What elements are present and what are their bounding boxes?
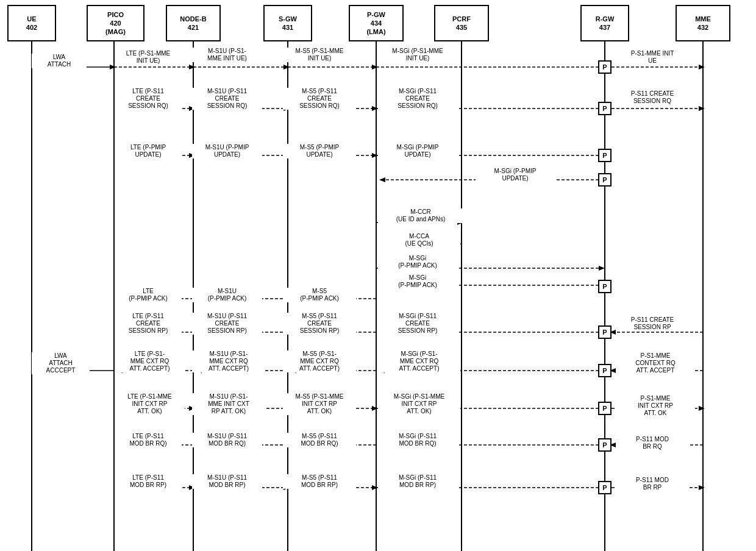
sequence-diagram: UE402 PICO420(MAG) NODE-B421 S-GW431 P-G… — [0, 0, 756, 551]
p-box-2: P — [598, 102, 612, 115]
label-ps1-init-cxt-rp: P-S1-MMEINIT CXT RPATT. OK — [616, 395, 695, 417]
p-box-9: P — [598, 438, 612, 452]
p-box-4: P — [598, 173, 612, 187]
p-box-10: P — [598, 481, 612, 494]
label-m-s1u-cxt-rq: M-S1U (P-S1-MME CXT RQATT. ACCEPT) — [192, 350, 265, 372]
label-m-s1u-mod-br-rq: M-S1U (P-S11MOD BR RQ) — [192, 433, 262, 447]
label-m-sgi-init-ue: M-SGi (P-S1-MMEINIT UE) — [378, 48, 457, 62]
label-m-s1u-mod-br-rp: M-S1U (P-S11MOD BR RP) — [192, 474, 262, 489]
label-lwa-attach: LWAATTACH — [32, 54, 87, 68]
label-m-s1u-init-cxt-rp: M-S1U (P-S1-MME INIT CXTRP ATT. OK) — [192, 393, 265, 415]
label-m-s5-mod-br-rq: M-S5 (P-S11MOD BR RQ) — [283, 433, 356, 447]
label-lte-mod-br-rp: LTE (P-S11MOD BR RP) — [115, 474, 182, 489]
label-m-sgi-pmip-upd2: M-SGi (P-PMIPUPDATE) — [476, 168, 555, 182]
label-m-sgi-init-cxt-rp: M-SGi (P-S1-MMEINIT CXT RPATT. OK) — [378, 393, 460, 415]
label-m-sgi-pmip-upd: M-SGi (P-PMIPUPDATE) — [378, 144, 457, 158]
label-m-sgi-cxt-rq: M-SGi (P-S1-MME CXT RQATT. ACCEPT) — [378, 350, 460, 372]
label-ps11-create-rq: P-S11 CREATESESSION RQ — [616, 90, 689, 105]
svg-marker-85 — [699, 406, 705, 411]
label-lte-init-ue: LTE (P-S1-MMEINIT UE) — [115, 50, 182, 65]
p-box-8: P — [598, 402, 612, 415]
label-lwa-accept: LWAATTACHACCCEPT — [32, 352, 90, 374]
node-pcrf: PCRF435 — [434, 5, 489, 41]
label-m-sgi-mod-br-rp: M-SGi (P-S11MOD BR RP) — [378, 474, 457, 489]
label-m-s1u-pmip-upd: M-S1U (P-PMIPUPDATE) — [192, 144, 262, 158]
label-m-cca: M-CCA(UE QCIs) — [378, 233, 460, 247]
p-box-3: P — [598, 149, 612, 162]
label-m-s5-init-ue: M-S5 (P-S1-MMEINIT UE) — [283, 48, 356, 62]
node-pgw: P-GW434(LMA) — [349, 5, 404, 41]
svg-marker-39 — [379, 177, 385, 182]
label-ps1-cxt-rq: P-S1-MMECONTEXT RQATT. ACCEPT — [616, 352, 695, 374]
label-m-s1u-create-rq: M-S1U (P-S11CREATESESSION RQ) — [192, 88, 262, 110]
node-ue: UE402 — [7, 5, 56, 41]
label-lte-create-rq: LTE (P-S11CREATESESSION RQ) — [115, 88, 182, 110]
label-m-s5-mod-br-rp: M-S5 (P-S11MOD BR RP) — [283, 474, 356, 489]
label-ps11-mod-br-rq: P-S11 MODBR RQ — [616, 436, 689, 450]
svg-marker-19 — [699, 65, 705, 69]
p-box-5: P — [598, 280, 612, 293]
label-ps1-init-ue: P-S1-MME INITUE — [616, 50, 689, 65]
label-ps11-create-rp: P-S11 CREATESESSION RP — [616, 316, 689, 331]
label-lte-mod-br-rq: LTE (P-S11MOD BR RQ) — [115, 433, 182, 447]
label-m-s1u-init-ue: M-S1U (P-S1-MME INIT UE) — [192, 48, 262, 62]
node-mme: MME432 — [676, 5, 730, 41]
label-m-sgi-pmip-ack1: M-SGi(P-PMIP ACK) — [378, 255, 457, 269]
label-ps11-mod-br-rp: P-S11 MODBR RP — [616, 477, 689, 491]
p-box-1: P — [598, 60, 612, 74]
label-m-ccr: M-CCR(UE ID and APNs) — [378, 208, 463, 223]
label-lte-init-cxt-rp: LTE (P-S1-MMEINIT CXT RPATT. OK) — [115, 393, 185, 415]
svg-marker-105 — [699, 485, 705, 490]
label-lte-cxt-rq: LTE (P-S1-MME CXT RQATT. ACCEPT) — [115, 350, 185, 372]
node-sgw: S-GW431 — [263, 5, 312, 41]
node-nodeb: NODE-B421 — [166, 5, 221, 41]
label-m-s1u-pmip-ack: M-S1U(P-PMIP ACK) — [192, 288, 262, 302]
label-m-s5-pmip-ack: M-S5(P-PMIP ACK) — [283, 288, 356, 302]
label-m-s5-pmip-upd: M-S5 (P-PMIPUPDATE) — [283, 144, 356, 158]
label-m-sgi-mod-br-rq: M-SGi (P-S11MOD BR RQ) — [378, 433, 457, 447]
svg-marker-45 — [599, 266, 605, 271]
node-pico: PICO420(MAG) — [87, 5, 144, 41]
label-lte-pmip-upd: LTE (P-PMIPUPDATE) — [115, 144, 182, 158]
label-m-s5-cxt-rq: M-S5 (P-S1-MME CXT RQATT. ACCEPT) — [283, 350, 356, 372]
p-box-6: P — [598, 325, 612, 339]
label-m-s5-create-rp: M-S5 (P-S11CREATESESSION RP) — [283, 313, 356, 335]
label-m-sgi-pmip-ack2: M-SGi(P-PMIP ACK) — [378, 274, 457, 289]
label-lte-pmip-ack: LTE(P-PMIP ACK) — [115, 288, 182, 302]
label-m-s1u-create-rp: M-S1U (P-S11CREATESESSION RP) — [192, 313, 262, 335]
label-m-sgi-create-rp: M-SGi (P-S11CREATESESSION RP) — [378, 313, 457, 335]
p-box-7: P — [598, 364, 612, 377]
svg-marker-29 — [699, 106, 705, 111]
node-rgw: R-GW437 — [580, 5, 629, 41]
label-m-s5-create-rq: M-S5 (P-S11CREATESESSION RQ) — [283, 88, 356, 110]
label-lte-create-rp: LTE (P-S11CREATESESSION RP) — [115, 313, 182, 335]
label-m-s5-init-cxt-rp: M-S5 (P-S1-MMEINIT CXT RPATT. OK) — [283, 393, 356, 415]
label-m-sgi-create-rq: M-SGi (P-S11CREATESESSION RQ) — [378, 88, 457, 110]
